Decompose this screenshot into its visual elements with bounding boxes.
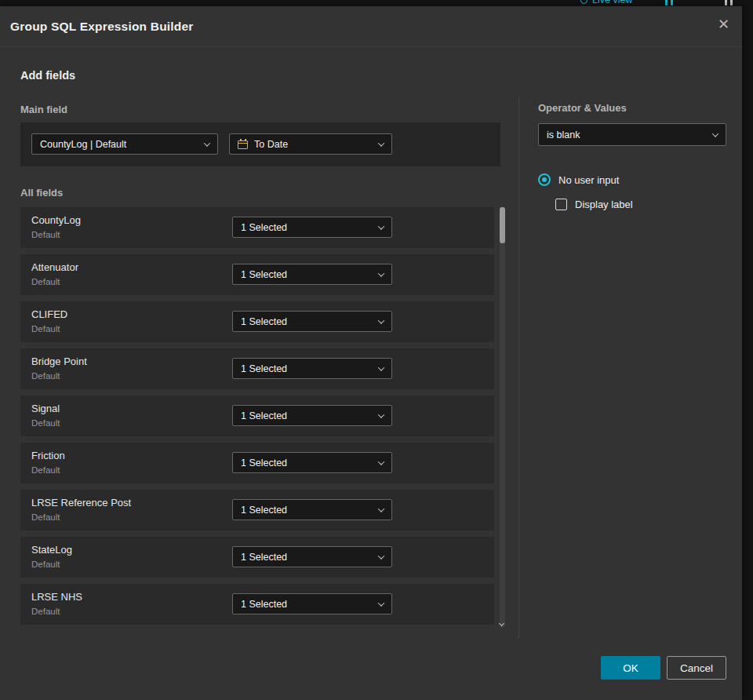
date-dropdown[interactable]: To Date [229, 133, 392, 155]
chevron-down-icon [378, 317, 384, 323]
scrollbar-down-arrow-icon[interactable] [499, 621, 504, 626]
field-row-name: Signal [31, 403, 60, 414]
field-row: Friction Default 1 Selected [20, 443, 494, 483]
field-row-selection-label: 1 Selected [241, 599, 287, 610]
radio-selected-icon[interactable] [538, 173, 551, 186]
close-icon[interactable]: ✕ [718, 17, 729, 31]
field-row-sub: Default [31, 277, 60, 286]
field-selection-dropdown[interactable]: 1 Selected [232, 405, 392, 426]
field-selection-dropdown[interactable]: 1 Selected [232, 452, 392, 473]
field-row-sub: Default [31, 324, 60, 334]
display-label-checkbox-row[interactable]: Display label [555, 199, 633, 210]
display-label-label: Display label [575, 199, 633, 210]
field-row: LRSE NHS Default 1 Selected [20, 584, 494, 625]
pause-icon[interactable] [665, 0, 673, 5]
group-sql-expression-builder-dialog: Group SQL Expression Builder ✕ Add field… [0, 6, 742, 700]
calendar-icon [238, 140, 248, 149]
field-row-name: Bridge Point [31, 355, 87, 367]
field-row-selection-label: 1 Selected [241, 552, 287, 563]
field-row: Signal Default 1 Selected [20, 396, 494, 436]
field-selection-dropdown[interactable]: 1 Selected [232, 546, 392, 567]
chevron-down-icon [378, 505, 384, 512]
main-field-dropdown-value: CountyLog | Default [40, 139, 126, 150]
field-row-name: LRSE Reference Post [31, 497, 131, 509]
field-row: Attenuator Default 1 Selected [20, 254, 494, 295]
operator-dropdown[interactable]: is blank [538, 123, 726, 146]
field-row-name: CLIFED [31, 308, 67, 320]
field-row-sub: Default [31, 230, 60, 239]
main-field-label: Main field [20, 104, 67, 115]
chevron-down-icon [378, 411, 384, 417]
field-selection-dropdown[interactable]: 1 Selected [232, 264, 392, 285]
operator-values-label: Operator & Values [538, 102, 627, 114]
field-row-selection-label: 1 Selected [241, 505, 287, 516]
field-row-sub: Default [31, 512, 60, 522]
field-selection-dropdown[interactable]: 1 Selected [232, 358, 392, 379]
field-row-selection-label: 1 Selected [241, 410, 287, 421]
field-row: StateLog Default 1 Selected [20, 537, 494, 578]
chevron-down-icon [378, 600, 384, 606]
ok-button[interactable]: OK [601, 656, 660, 680]
no-user-input-label: No user input [558, 174, 619, 186]
live-view-label: Live view [592, 0, 632, 5]
field-row: LRSE Reference Post Default 1 Selected [20, 490, 494, 530]
field-row-sub: Default [31, 607, 60, 616]
dialog-header: Group SQL Expression Builder ✕ [0, 6, 742, 47]
chevron-down-icon [378, 270, 384, 276]
chevron-down-icon [378, 458, 384, 465]
field-row-selection-label: 1 Selected [241, 458, 287, 468]
columns-icon[interactable] [725, 0, 733, 5]
all-fields-label: All fields [20, 187, 63, 199]
chevron-down-icon [378, 223, 384, 229]
operator-dropdown-value: is blank [547, 129, 580, 140]
chevron-down-icon [712, 130, 718, 137]
live-view-icon [580, 0, 587, 4]
field-row: Bridge Point Default 1 Selected [20, 348, 494, 389]
scrollbar-thumb[interactable] [500, 207, 505, 243]
field-selection-dropdown[interactable]: 1 Selected [232, 593, 392, 614]
no-user-input-radio-row[interactable]: No user input [538, 173, 619, 186]
checkbox-unchecked-icon[interactable] [555, 199, 567, 210]
chevron-down-icon [204, 140, 210, 146]
field-selection-dropdown[interactable]: 1 Selected [232, 311, 392, 332]
field-row-name: LRSE NHS [31, 591, 82, 603]
field-row-sub: Default [31, 371, 60, 381]
field-row-sub: Default [31, 418, 60, 428]
field-row-selection-label: 1 Selected [241, 222, 287, 233]
field-row-sub: Default [31, 465, 60, 475]
live-view-toggle[interactable]: Live view [580, 0, 632, 5]
all-fields-list: CountyLog Default 1 Selected Attenuator … [20, 207, 494, 631]
chevron-down-icon [378, 364, 384, 370]
scrollbar[interactable] [500, 207, 505, 628]
cancel-button[interactable]: Cancel [667, 656, 726, 680]
application-window: Live view Group SQL Expression Builder ✕… [0, 0, 753, 700]
field-selection-dropdown[interactable]: 1 Selected [232, 217, 392, 238]
add-fields-heading: Add fields [20, 69, 75, 82]
field-row-sub: Default [31, 560, 60, 569]
field-selection-dropdown[interactable]: 1 Selected [232, 499, 392, 520]
field-row-selection-label: 1 Selected [241, 269, 287, 280]
field-row-selection-label: 1 Selected [241, 363, 287, 374]
dialog-title: Group SQL Expression Builder [10, 20, 194, 34]
field-row-name: Attenuator [31, 261, 78, 273]
chevron-down-icon [378, 140, 384, 146]
date-dropdown-value: To Date [254, 139, 288, 150]
main-field-box: CountyLog | Default To Date [20, 122, 500, 166]
main-field-dropdown[interactable]: CountyLog | Default [31, 133, 218, 155]
field-row-name: StateLog [31, 544, 72, 556]
field-row: CountyLog Default 1 Selected [20, 207, 494, 248]
field-row-name: Friction [31, 450, 65, 461]
chevron-down-icon [378, 552, 384, 559]
field-row: CLIFED Default 1 Selected [20, 301, 494, 342]
field-row-selection-label: 1 Selected [241, 316, 287, 327]
field-row-name: CountyLog [31, 214, 81, 226]
vertical-divider [518, 97, 519, 639]
